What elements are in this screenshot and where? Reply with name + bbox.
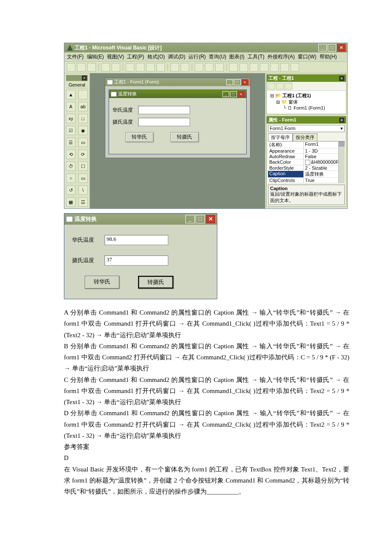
toolbox-item[interactable]: ↺ (66, 185, 75, 195)
toolbox-item[interactable]: ☐ (78, 162, 88, 171)
properties-object-combo[interactable]: Form1 Form▾ (268, 125, 345, 132)
toolbox-item[interactable]: ⟳ (78, 150, 88, 159)
close-icon[interactable]: × (242, 79, 248, 85)
scrollbar[interactable] (338, 142, 345, 183)
text1-input[interactable] (138, 106, 190, 114)
toolbar-paste-icon[interactable] (146, 63, 155, 72)
toolbox-item[interactable]: A (66, 102, 75, 111)
toolbox-item[interactable]: ab (78, 102, 88, 111)
maximize-icon[interactable]: □ (196, 215, 205, 223)
property-row[interactable]: Appearance1 - 3D (268, 148, 345, 154)
properties-grid[interactable]: (名称)Form1Appearance1 - 3DAutoRedrawFalse… (268, 141, 345, 183)
tab-alphabetic[interactable]: 按字母序 (268, 133, 293, 141)
command2-button[interactable]: 转摄氏 (138, 276, 173, 289)
menu-view[interactable]: 视图(V) (107, 54, 124, 60)
tab-categorized[interactable]: 按分类序 (293, 133, 317, 141)
toolbox-item[interactable] (78, 90, 88, 99)
design-form[interactable]: 温度转换 _ □ × 华氏温度 (109, 90, 247, 154)
toolbar-icon[interactable] (291, 63, 299, 72)
property-row[interactable]: Caption温度转换 (268, 171, 345, 178)
toolbox-item[interactable]: ☑ (66, 126, 75, 135)
toolbar-icon[interactable] (77, 63, 86, 72)
text2-input[interactable] (138, 118, 190, 126)
toolbar-find-icon[interactable] (156, 63, 165, 72)
toolbox-item[interactable]: ☰ (66, 138, 75, 147)
toolbar-icon[interactable] (229, 63, 238, 72)
menu-project[interactable]: 工程(P) (127, 54, 144, 60)
command1-button[interactable]: 转华氏 (85, 276, 119, 289)
minimize-icon[interactable]: _ (226, 79, 233, 85)
toolbox-item[interactable]: ▭ (78, 173, 88, 183)
runtime-form-screenshot: 温度转换 _ □ ✕ 华氏温度 98.6 摄氏温度 37 转华氏 转摄氏 (64, 213, 217, 299)
text1-input[interactable]: 98.6 (104, 235, 168, 245)
close-icon[interactable]: × (238, 91, 245, 97)
minimize-icon[interactable]: _ (185, 215, 195, 223)
menu-run[interactable]: 运行(R) (188, 54, 206, 60)
option-d: D 分别单击 Command1 和 Command2 的属性窗口的 Captio… (64, 408, 349, 441)
menu-edit[interactable]: 编辑(E) (87, 54, 104, 60)
form-icon (107, 80, 113, 85)
toolbox-general-tab[interactable]: General (66, 82, 88, 88)
toolbar-icon[interactable] (250, 63, 258, 72)
menu-help[interactable]: 帮助(H) (320, 54, 337, 60)
maximize-icon[interactable]: □ (230, 91, 237, 97)
toolbar-run-icon[interactable] (195, 63, 203, 72)
toolbox-item[interactable]: xy (66, 114, 75, 123)
toolbar-open-icon[interactable] (101, 63, 110, 72)
toolbar-undo-icon[interactable] (170, 63, 179, 72)
property-row[interactable]: ClipControlsTrue (268, 178, 345, 183)
toolbox-item[interactable]: ⏱ (66, 162, 75, 171)
menubar[interactable]: 文件(F) 编辑(E) 视图(V) 工程(P) 格式(O) 调试(D) 运行(R… (64, 52, 347, 62)
dropdown-icon[interactable]: ▾ (340, 126, 343, 131)
menu-format[interactable]: 格式(O) (147, 54, 165, 60)
menu-debug[interactable]: 调试(D) (168, 54, 185, 60)
view-code-icon[interactable] (268, 83, 275, 90)
command1-button[interactable]: 转华氏 (125, 132, 153, 142)
form-icon (111, 92, 117, 97)
menu-query[interactable]: 查询(U) (209, 54, 226, 60)
toolbox-item[interactable]: \ (78, 185, 88, 195)
toolbox-item[interactable]: □ (78, 114, 88, 123)
menu-file[interactable]: 文件(F) (67, 54, 84, 60)
maximize-icon[interactable]: □ (328, 44, 336, 52)
menu-window[interactable]: 窗口(W) (298, 54, 316, 60)
toolbox-item[interactable]: ▲ (66, 90, 75, 99)
text2-input[interactable]: 37 (104, 255, 168, 266)
close-icon[interactable]: × (339, 76, 344, 81)
menu-diagram[interactable]: 图表(I) (229, 54, 244, 60)
toolbox-item[interactable]: ○ (66, 173, 75, 183)
command2-button[interactable]: 转摄氏 (170, 132, 199, 142)
toolbox-item[interactable]: ◉ (78, 126, 88, 135)
toolbar-redo-icon[interactable] (181, 63, 189, 72)
toggle-folders-icon[interactable] (285, 83, 292, 90)
property-row[interactable]: BackColor&H8000000F& (268, 159, 345, 165)
menu-addins[interactable]: 外接程序(A) (268, 54, 295, 60)
toolbar-icon[interactable] (260, 63, 268, 72)
toolbar-icon[interactable] (87, 63, 96, 72)
toolbox-item[interactable]: ▭ (78, 138, 88, 147)
toolbar-cut-icon[interactable] (126, 63, 134, 72)
toolbar-icon[interactable] (67, 63, 75, 72)
menu-tools[interactable]: 工具(T) (248, 54, 264, 60)
property-row[interactable]: BorderStyle2 - Sizable (268, 165, 345, 171)
toolbar-icon[interactable] (280, 63, 289, 72)
toolbar-pause-icon[interactable] (205, 63, 213, 72)
property-row[interactable]: (名称)Form1 (268, 142, 345, 148)
minimize-icon[interactable]: _ (222, 91, 229, 97)
property-row[interactable]: AutoRedrawFalse (268, 154, 345, 159)
toolbox-close-icon[interactable]: × (82, 75, 87, 81)
close-icon[interactable]: ✕ (337, 44, 346, 52)
maximize-icon[interactable]: □ (234, 79, 241, 85)
toolbox-item[interactable]: ▦ (66, 197, 75, 207)
toolbar-icon[interactable] (239, 63, 248, 72)
minimize-icon[interactable]: _ (318, 44, 327, 52)
toolbar-copy-icon[interactable] (136, 63, 144, 72)
toolbar-save-icon[interactable] (112, 63, 120, 72)
view-object-icon[interactable] (276, 83, 284, 90)
toolbox-item[interactable]: ⟲ (66, 150, 75, 159)
close-icon[interactable]: × (339, 118, 344, 123)
close-icon[interactable]: ✕ (206, 215, 215, 223)
toolbar-stop-icon[interactable] (215, 63, 224, 72)
toolbar-icon[interactable] (270, 63, 279, 72)
toolbox-item[interactable]: ☲ (78, 197, 88, 207)
